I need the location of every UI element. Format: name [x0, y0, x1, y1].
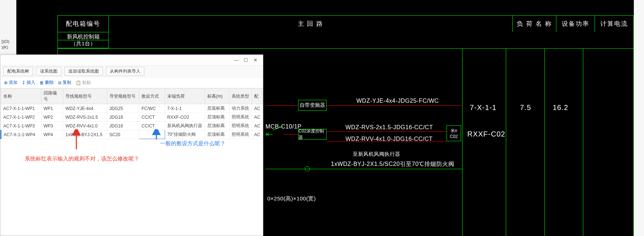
dialog-actions: ⊕添加 ↧插入 🗑删除 ⧉复制 📋粘贴 [0, 77, 263, 88]
table-row[interactable]: AC7-X-1-1-WP3WP3WDZ-RVV-4x1.0JDG16CC/CT新… [1, 122, 263, 130]
table-cell[interactable]: 层底标高 [205, 104, 229, 113]
power-value: 7.5 [520, 103, 531, 112]
col-pipe[interactable]: 导管规格型号 [107, 89, 139, 104]
dialog-titlebar[interactable]: — ☐ ✕ [0, 55, 263, 66]
table-cell[interactable]: WDZ-RVV-4x1.0 [63, 122, 107, 130]
load-name-value: RXXF-C02 [467, 130, 505, 138]
device-box-co2: C02浓度控制器 [298, 129, 327, 140]
table-cell[interactable]: WDZ-YJE-4x4 [63, 104, 107, 113]
table-cell[interactable]: 照明系统 [229, 113, 252, 122]
col-loop[interactable]: 回路编号 [41, 89, 63, 104]
insert-button[interactable]: ↧插入 [22, 80, 35, 86]
table-cell[interactable]: AC [252, 104, 263, 113]
meter-label-bottom: C02 [450, 134, 458, 139]
copy-button[interactable]: ⧉复制 [58, 80, 71, 86]
grid-line [583, 49, 583, 236]
table-row[interactable]: AC7-X-1-1-WP1WP1WDZ-YJE-4x4JDG25FC/WC7-X… [1, 104, 263, 113]
dialog-tabs: 配电系统树 读系统图 追加读取系统图 从构件列表导入 [0, 66, 263, 77]
col-box-id: 配电箱编号 [58, 16, 109, 32]
table-cell[interactable]: AC7-X-1-1-WP4 [1, 130, 41, 139]
table-cell[interactable]: FC/WC [139, 104, 165, 113]
table-cell[interactable]: WP4 [41, 130, 63, 139]
box-name-line2: （共1台） [58, 40, 108, 47]
maximize-icon[interactable]: ☐ [241, 57, 251, 63]
tab-read-diagram[interactable]: 读系统图 [36, 67, 61, 76]
col-sys[interactable]: 系统类型 [229, 89, 252, 104]
table-cell[interactable]: WP1 [41, 104, 63, 113]
tab-append-read[interactable]: 追加读取系统图 [64, 67, 103, 76]
load-name-value: 7-X-1-1 [470, 103, 497, 112]
device-box-meter: 米n C02 [447, 125, 461, 141]
delete-button[interactable]: 🗑删除 [40, 80, 54, 86]
annotation-blue-text: 一般的敷设方式是什么呢？ [160, 140, 225, 147]
table-cell[interactable]: 70°排烟防火阀 [165, 130, 205, 139]
cross-symbol: × [265, 131, 269, 138]
col-lay[interactable]: 敷设方式 [139, 89, 165, 104]
table-cell[interactable]: 新风机风阀执行器 [165, 122, 205, 130]
table-row[interactable]: AC7-X-1-1-WP2WP2WDZ-RVS-2x1.5JDG16CC/CTR… [1, 113, 263, 122]
dimension-text: 0×250(高)×100(宽) [267, 195, 316, 202]
table-row[interactable]: AC7-X-1-1-WP4WP41xWDZ-BYJ-2X1.5SC2070°排烟… [1, 130, 263, 139]
table-cell[interactable]: 层顶标高 [205, 122, 229, 130]
table-cell[interactable]: WP2 [41, 113, 63, 122]
paste-icon: 📋 [76, 80, 81, 85]
right-toolbar[interactable] [634, 0, 644, 236]
wire-label: WDZ-RVS-2x1.5-JDG16-CC/CT [345, 124, 433, 131]
table-cell[interactable]: 照明系统 [229, 130, 252, 139]
device-box-vfd: 自带变频器 [298, 100, 327, 111]
col-current: 计算电流 [595, 16, 633, 32]
left-item[interactable]: )(K) [0, 44, 16, 50]
table-cell[interactable]: RXXF-CO2 [165, 113, 205, 122]
col-end[interactable]: 末端负荷 [165, 89, 205, 104]
col-elev[interactable]: 标高(m) [205, 89, 229, 104]
col-last[interactable]: 配 [252, 89, 263, 104]
table-cell[interactable]: SC20 [107, 130, 139, 139]
table-cell[interactable]: AC7-X-1-1-WP1 [1, 104, 41, 113]
paste-button[interactable]: 📋粘贴 [76, 80, 91, 86]
left-item[interactable]: ])(D) [0, 38, 16, 44]
wire-line [327, 131, 447, 132]
tab-system-tree[interactable]: 配电系统树 [3, 67, 33, 76]
table-cell[interactable]: JDG25 [107, 104, 139, 113]
table-cell[interactable]: WDZ-RVS-2x1.5 [63, 113, 107, 122]
annotation-arrow-blue [149, 129, 164, 140]
trash-icon: 🗑 [40, 80, 44, 85]
table-cell[interactable]: JDG16 [107, 122, 139, 130]
table-cell[interactable]: 动力系统 [229, 104, 252, 113]
table-cell[interactable]: CC/CT [139, 113, 165, 122]
grid-line [462, 49, 463, 236]
left-side-panel: ])(D) )(K) [0, 0, 16, 58]
wire-label: WDZ-RVV-4x1.0-JDG16-CC/CT [345, 136, 433, 142]
col-main-circuit: 主 回 路 [109, 16, 513, 32]
table-cell[interactable]: WP3 [41, 122, 63, 130]
plus-icon: ⊕ [4, 80, 8, 85]
insert-icon: ↧ [22, 80, 25, 85]
wire-label-full: 1xWDZ-BYJ-2X1.5/SC20引至70℃排烟防火阀 [331, 160, 454, 168]
wire-line [284, 134, 298, 135]
col-name[interactable]: 名称 [1, 89, 41, 104]
meter-label-top: 米n [451, 128, 457, 134]
copy-icon: ⧉ [58, 80, 61, 85]
grid-line [506, 49, 506, 236]
table-cell[interactable]: AC [252, 122, 263, 130]
close-icon[interactable]: ✕ [251, 57, 260, 63]
annotation-red-text: 系统标红表示输入的规则不对，该怎么修改呢？ [25, 155, 139, 162]
table-cell[interactable]: 照明系统 [229, 122, 252, 130]
table-cell[interactable]: AC [252, 113, 263, 122]
annotation-arrow-red [69, 129, 84, 151]
table-cell[interactable]: AC7-X-1-1-WP2 [1, 113, 41, 122]
minimize-icon[interactable]: — [232, 57, 241, 63]
grid-line [633, 15, 634, 236]
add-button[interactable]: ⊕添加 [4, 80, 17, 86]
table-cell[interactable]: JDG16 [107, 113, 139, 122]
table-cell[interactable]: 层顶标高 [205, 130, 229, 139]
table-cell[interactable]: CC/CT [139, 122, 165, 130]
node-circle [305, 166, 310, 171]
table-cell[interactable]: AC7-X-1-1-WP3 [1, 122, 41, 130]
table-cell[interactable]: 7-X-1-1 [165, 104, 205, 113]
tab-import-from-list[interactable]: 从构件列表导入 [106, 67, 144, 76]
col-wire[interactable]: 导线规格型号 [63, 89, 107, 104]
table-cell[interactable]: AC [252, 130, 263, 139]
table-cell[interactable]: 层顶标高 [205, 113, 229, 122]
box-name-line1: 新风机控制箱 [67, 33, 100, 40]
